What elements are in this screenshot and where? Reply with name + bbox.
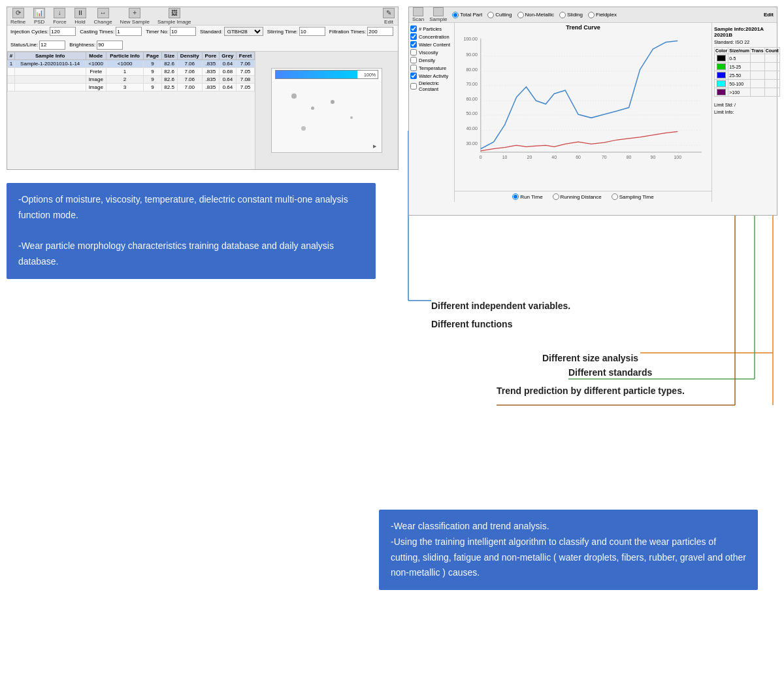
cb-concentration[interactable] [410, 33, 417, 40]
legend-row: 15-25 [715, 63, 780, 71]
filtration-input[interactable] [367, 27, 393, 36]
rp-body: # Particles Concentration Water Content … [409, 23, 777, 202]
legend-header: Sample Info:20201A 20201B [714, 26, 775, 38]
status-input[interactable] [39, 41, 65, 50]
blue-box-right: -Wear classification and trend analysis.… [379, 510, 758, 590]
btn-force[interactable]: ↓ Force [53, 8, 66, 25]
standard-select[interactable]: GTBH28 [224, 27, 263, 36]
param-status: Status/Line: [10, 41, 65, 50]
rp-main-area: Trend Curve 100.00 90.00 80.00 70.00 60.… [455, 23, 711, 202]
new-sample-icon: + [129, 8, 140, 18]
blue-right-text: -Wear classification and trend analysis.… [391, 519, 746, 581]
legend-row: 25-50 [715, 71, 780, 80]
rp-chart-header: Trend Curve [455, 23, 711, 32]
legend-row: 50-100 [715, 80, 780, 88]
radio-running-distance[interactable]: Running Distance [553, 193, 602, 200]
rp-edit-btn[interactable]: Edit [764, 12, 774, 18]
radio-total-part[interactable]: Total Part [452, 12, 482, 18]
svg-text:60: 60 [576, 155, 581, 160]
sidebar-viscosity[interactable]: Viscosity [410, 49, 453, 56]
svg-text:80.00: 80.00 [466, 67, 477, 73]
lp-params: Injection Cycles: Casting Times: Timer N… [7, 25, 398, 52]
lp-image-area: 100% ▶ [255, 52, 398, 169]
btn-edit[interactable]: ✎ Edit [383, 8, 395, 25]
svg-text:70: 70 [602, 155, 607, 160]
sidebar-concentration[interactable]: Concentration [410, 33, 453, 40]
btn-sample-image[interactable]: 🖼 Sample Image [157, 8, 191, 25]
sample-table: # Sample Info Mode Particle Info Page Si… [7, 52, 255, 91]
brightness-input[interactable] [97, 41, 123, 50]
btn-change[interactable]: ↔ Change [94, 8, 112, 25]
radio-non-metallic[interactable]: Non-Metallic [517, 12, 554, 18]
sidebar-water-activity[interactable]: Water Activity [410, 73, 453, 79]
cb-dielectric[interactable] [410, 83, 417, 90]
sidebar-water-content[interactable]: Water Content [410, 41, 453, 48]
table-row[interactable]: 1 Sample-1-20201010-1-14 <1000 <1000 9 8… [8, 60, 255, 68]
cb-water-activity[interactable] [410, 73, 417, 79]
cb-density[interactable] [410, 57, 417, 63]
radio-cutting[interactable]: Cutting [487, 12, 512, 18]
col-mode: Mode [86, 52, 106, 60]
rp-chart-container: 100.00 90.00 80.00 70.00 60.00 50.00 40.… [455, 32, 711, 191]
table-row[interactable]: Image 2 9 82.6 7.06 .835 0.64 7.08 [8, 76, 255, 84]
radio-run-time[interactable]: Run Time [512, 193, 542, 200]
injection-input[interactable] [50, 27, 76, 36]
cb-viscosity[interactable] [410, 49, 417, 56]
lp-body: # Sample Info Mode Particle Info Page Si… [7, 52, 398, 169]
left-software-panel: ⟳ Refine 📊 PSD ↓ Force ⏸ Hold ↔ Change +… [7, 7, 399, 170]
rp-chart-footer: Run Time Running Distance Sampling Time [455, 191, 711, 202]
svg-text:100.00: 100.00 [464, 37, 478, 42]
table-row[interactable]: Image 3 9 82.5 7.00 .835 0.64 7.05 [8, 84, 255, 91]
trend-chart-svg: 100.00 90.00 80.00 70.00 60.00 50.00 40.… [458, 35, 705, 166]
svg-text:50.00: 50.00 [466, 111, 477, 116]
param-stirring: Stirring Time: [267, 27, 325, 36]
cb-temperature[interactable] [410, 65, 417, 71]
svg-text:0: 0 [480, 155, 482, 160]
lp-progress-bar: 100% [275, 70, 378, 79]
lp-toolbar: ⟳ Refine 📊 PSD ↓ Force ⏸ Hold ↔ Change +… [7, 7, 398, 25]
svg-text:60.00: 60.00 [466, 97, 477, 102]
table-row[interactable]: Frete 1 9 82.6 7.06 .835 0.68 7.05 [8, 68, 255, 76]
sample-rp-icon [433, 7, 444, 16]
svg-text:80: 80 [627, 155, 632, 160]
svg-text:90: 90 [651, 155, 656, 160]
rp-toolbar: Scan Sample Total Part Cutting Non-Metal… [409, 7, 777, 23]
scan-icon [413, 7, 423, 16]
rp-right-legend: Sample Info:20201A 20201B Standard: ISO … [711, 23, 777, 202]
edit-icon: ✎ [383, 8, 395, 18]
cb-particles[interactable] [410, 25, 417, 32]
btn-sample-rp[interactable]: Sample [429, 7, 447, 22]
col-size: Size [161, 52, 177, 60]
btn-refine[interactable]: ⟳ Refine [10, 8, 25, 25]
lp-table-area: # Sample Info Mode Particle Info Page Si… [7, 52, 255, 169]
btn-psd[interactable]: 📊 PSD [33, 8, 45, 25]
casting-input[interactable] [116, 27, 142, 36]
radio-sampling-time[interactable]: Sampling Time [612, 193, 654, 200]
timer-input[interactable] [170, 27, 196, 36]
col-feret: Feret [237, 52, 255, 60]
psd-icon: 📊 [33, 8, 45, 18]
lp-progress-label: 100% [364, 73, 376, 77]
sidebar-particles[interactable]: # Particles [410, 25, 453, 32]
param-timer: Timer No: [146, 27, 196, 36]
col-particle-info: Particle Info [106, 52, 144, 60]
svg-text:40: 40 [551, 155, 557, 160]
sidebar-temperature[interactable]: Temperature [410, 65, 453, 71]
legend-table: Color Size/num Trans Count 0-5 15-25 25-… [714, 47, 780, 97]
btn-scan[interactable]: Scan [412, 7, 424, 22]
rp-chart-title: Trend Curve [458, 24, 708, 31]
lp-progress-fill [276, 71, 357, 78]
sidebar-density[interactable]: Density [410, 57, 453, 63]
svg-text:90.00: 90.00 [466, 52, 477, 57]
btn-new-sample[interactable]: + New Sample [120, 8, 150, 25]
sample-image-icon: 🖼 [169, 8, 180, 18]
blue-left-text: -Options of moisture, viscosity, tempera… [18, 192, 364, 270]
radio-fieldplex[interactable]: Fieldplex [588, 12, 617, 18]
btn-hold[interactable]: ⏸ Hold [74, 8, 86, 25]
legend-sample-info: Limit Std: / Limit Info: [714, 102, 775, 116]
cb-water-content[interactable] [410, 41, 417, 48]
stirring-input[interactable] [299, 27, 325, 36]
sidebar-dielectric[interactable]: Dielectric Constant [410, 80, 453, 92]
radio-sliding[interactable]: Sliding [559, 12, 583, 18]
svg-text:40.00: 40.00 [466, 126, 477, 131]
